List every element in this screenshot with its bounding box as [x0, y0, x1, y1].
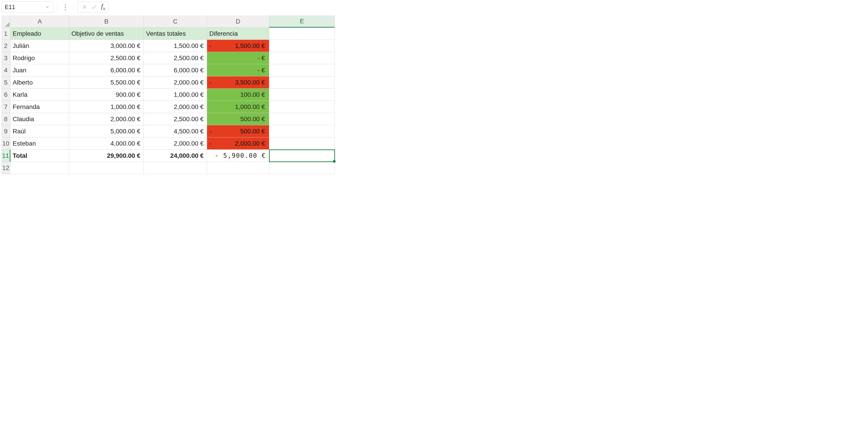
cell-C9[interactable]: 4,500.00 €	[144, 125, 207, 137]
cell-D9[interactable]: -500.00 €	[207, 125, 269, 137]
cell-C7[interactable]: 2,000.00 €	[144, 101, 207, 113]
cell-A5[interactable]: Alberto	[10, 76, 69, 89]
cell-E7[interactable]	[269, 101, 335, 113]
row-header-11[interactable]: 11	[1, 150, 10, 162]
cell-C4[interactable]: 6,000.00 €	[144, 64, 207, 76]
cell-A12[interactable]	[10, 162, 69, 174]
column-header-E[interactable]: E	[269, 15, 335, 28]
spreadsheet-grid[interactable]: ABCDE1EmpleadoObjetivo de ventasVentas t…	[1, 15, 867, 174]
cell-D11[interactable]: - 5,900.00 €	[207, 150, 269, 162]
cell-B7[interactable]: 1,000.00 €	[69, 101, 144, 113]
column-header-B[interactable]: B	[69, 15, 144, 28]
cell-A10[interactable]: Esteban	[10, 137, 69, 150]
cell-D4[interactable]: - €	[207, 64, 269, 76]
cell-A11[interactable]: Total	[10, 150, 69, 162]
cell-B10[interactable]: 4,000.00 €	[69, 137, 144, 150]
cell-D12[interactable]	[207, 162, 269, 174]
accept-icon[interactable]	[90, 4, 98, 10]
separator	[57, 2, 57, 11]
cell-D5[interactable]: -3,500.00 €	[207, 76, 269, 89]
row-header-8[interactable]: 8	[1, 113, 10, 125]
cell-E8[interactable]	[269, 113, 335, 125]
cell-B12[interactable]	[69, 162, 144, 174]
row-header-5[interactable]: 5	[1, 76, 10, 89]
cell-B1[interactable]: Objetivo de ventas	[69, 28, 144, 40]
cell-D1[interactable]: Diferencia	[207, 28, 269, 40]
cell-D6[interactable]: 100.00 €	[207, 89, 269, 101]
cell-D2[interactable]: -1,500.00 €	[207, 40, 269, 52]
cell-E3[interactable]	[269, 52, 335, 64]
row-header-3[interactable]: 3	[1, 52, 10, 64]
cell-C10[interactable]: 2,000.00 €	[144, 137, 207, 150]
cell-B11[interactable]: 29,900.00 €	[69, 150, 144, 162]
cell-B6[interactable]: 900.00 €	[69, 89, 144, 101]
cell-B3[interactable]: 2,500.00 €	[69, 52, 144, 64]
cell-E9[interactable]	[269, 125, 335, 137]
cell-E4[interactable]	[269, 64, 335, 76]
cell-B8[interactable]: 2,000.00 €	[69, 113, 144, 125]
row-header-4[interactable]: 4	[1, 64, 10, 76]
cell-A7[interactable]: Fernanda	[10, 101, 69, 113]
separator	[73, 2, 74, 11]
cell-C6[interactable]: 1,000.00 €	[144, 89, 207, 101]
formula-bar: E11 ⋮ fx	[1, 1, 867, 13]
formula-controls: fx	[77, 1, 108, 13]
select-all-corner[interactable]	[1, 15, 10, 28]
cell-A3[interactable]: Rodrigo	[10, 52, 69, 64]
row-header-12[interactable]: 12	[1, 162, 10, 174]
cell-B5[interactable]: 5,500.00 €	[69, 76, 144, 89]
cell-D10[interactable]: -2,000.00 €	[207, 137, 269, 150]
row-header-6[interactable]: 6	[1, 89, 10, 101]
cell-C5[interactable]: 2,000.00 €	[144, 76, 207, 89]
cell-C12[interactable]	[144, 162, 207, 174]
cell-B4[interactable]: 6,000.00 €	[69, 64, 144, 76]
cell-D8[interactable]: 500.00 €	[207, 113, 269, 125]
cell-A2[interactable]: Julián	[10, 40, 69, 52]
cell-E11[interactable]	[269, 150, 335, 162]
cell-C3[interactable]: 2,500.00 €	[144, 52, 207, 64]
cell-E12[interactable]	[269, 162, 335, 174]
column-header-A[interactable]: A	[10, 15, 69, 28]
cell-E2[interactable]	[269, 40, 335, 52]
cell-C2[interactable]: 1,500.00 €	[144, 40, 207, 52]
row-header-10[interactable]: 10	[1, 137, 10, 150]
row-header-2[interactable]: 2	[1, 40, 10, 52]
cell-B9[interactable]: 5,000.00 €	[69, 125, 144, 137]
cell-D3[interactable]: - €	[207, 52, 269, 64]
chevron-down-icon[interactable]	[45, 4, 50, 9]
row-header-1[interactable]: 1	[1, 28, 10, 40]
name-box-value: E11	[5, 4, 15, 11]
cell-E10[interactable]	[269, 137, 335, 150]
cell-B2[interactable]: 3,000.00 €	[69, 40, 144, 52]
cell-D7[interactable]: 1,000.00 €	[207, 101, 269, 113]
cancel-icon[interactable]	[81, 4, 88, 10]
cell-E6[interactable]	[269, 89, 335, 101]
more-icon[interactable]: ⋮	[61, 3, 70, 11]
cell-A6[interactable]: Karla	[10, 89, 69, 101]
cell-C1[interactable]: Ventas totales	[144, 28, 207, 40]
row-header-9[interactable]: 9	[1, 125, 10, 137]
fx-label[interactable]: fx	[100, 2, 105, 11]
cell-A8[interactable]: Claudia	[10, 113, 69, 125]
column-header-C[interactable]: C	[144, 15, 207, 28]
cell-E5[interactable]	[269, 76, 335, 89]
cell-A9[interactable]: Raúl	[10, 125, 69, 137]
row-header-7[interactable]: 7	[1, 101, 10, 113]
cell-C11[interactable]: 24,000.00 €	[144, 150, 207, 162]
cell-A4[interactable]: Juan	[10, 64, 69, 76]
column-header-D[interactable]: D	[207, 15, 269, 28]
cell-A1[interactable]: Empleado	[10, 28, 69, 40]
name-box[interactable]: E11	[1, 1, 53, 13]
cell-E1[interactable]	[269, 28, 335, 40]
cell-C8[interactable]: 2,500.00 €	[144, 113, 207, 125]
